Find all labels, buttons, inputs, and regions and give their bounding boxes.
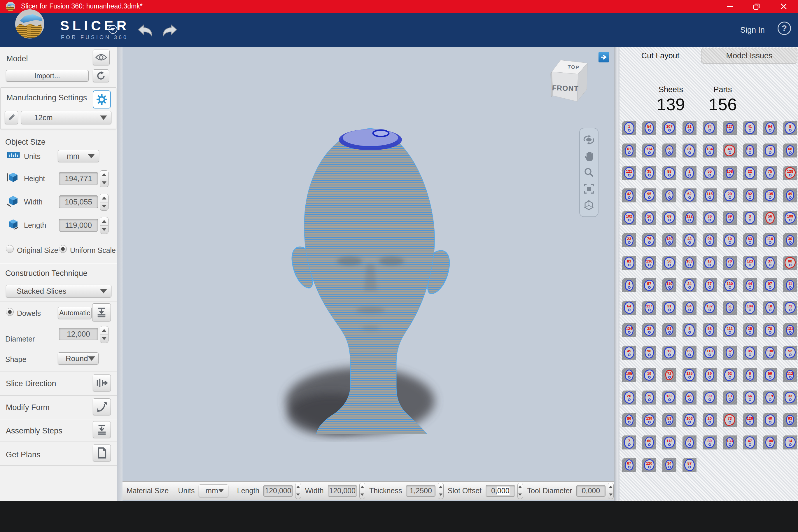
fit-view-tool[interactable] bbox=[583, 183, 595, 194]
sheet-tile[interactable]: 68 bbox=[783, 144, 797, 157]
sheet-tile[interactable]: 29 bbox=[723, 188, 737, 203]
sheet-tile[interactable]: 132 bbox=[662, 391, 677, 404]
material-thickness-input[interactable]: 1,2500 bbox=[406, 485, 435, 497]
sheet-tile[interactable]: 27 bbox=[683, 435, 697, 450]
sheet-tile[interactable]: 10 bbox=[723, 233, 737, 247]
sheet-tile[interactable]: 111 bbox=[723, 323, 737, 337]
sheet-tile[interactable]: 94 bbox=[763, 121, 777, 135]
sheet-tile[interactable]: 17 bbox=[703, 256, 717, 270]
material-thickness-stepper[interactable] bbox=[438, 483, 444, 499]
slot-offset-stepper[interactable] bbox=[517, 483, 523, 499]
sheet-tile[interactable]: 56 bbox=[763, 211, 777, 225]
sheet-tile[interactable]: 119 bbox=[763, 391, 777, 404]
sheet-tile[interactable]: 84 bbox=[683, 301, 697, 315]
sheet-tile[interactable]: 23 bbox=[622, 233, 636, 247]
import-button[interactable]: Import... bbox=[6, 70, 89, 82]
sheet-tile[interactable]: 42 bbox=[622, 188, 636, 203]
sheet-tile[interactable]: 137 bbox=[703, 301, 717, 315]
sheet-tile[interactable]: 33 bbox=[783, 391, 797, 404]
sheet-tile[interactable]: 1 bbox=[622, 121, 636, 135]
sheet-tile[interactable]: 39 bbox=[703, 368, 717, 382]
sheet-tile[interactable]: 136 bbox=[642, 256, 656, 270]
sheet-tile[interactable]: 22 bbox=[743, 166, 757, 180]
display-settings-tool[interactable] bbox=[583, 200, 595, 211]
sheet-tile[interactable]: 90 bbox=[783, 256, 797, 270]
sheet-tile[interactable]: 60 bbox=[642, 435, 656, 450]
length-stepper[interactable] bbox=[100, 217, 109, 234]
panel-splitter[interactable] bbox=[614, 47, 620, 501]
height-stepper[interactable] bbox=[100, 170, 109, 187]
model-visibility-button[interactable] bbox=[93, 50, 110, 65]
sheet-tile[interactable]: 64 bbox=[622, 301, 636, 315]
sign-in-link[interactable]: Sign In bbox=[740, 26, 765, 35]
sheet-tile[interactable]: 70 bbox=[723, 256, 737, 270]
sheet-tile[interactable]: 116 bbox=[763, 233, 777, 247]
sheet-tile[interactable]: 28 bbox=[662, 144, 677, 157]
length-input[interactable]: 119,000 bbox=[59, 219, 98, 232]
sheet-tile[interactable]: 75 bbox=[763, 166, 777, 180]
sheet-tile[interactable]: 80 bbox=[703, 435, 717, 450]
sheet-tile[interactable]: 44 bbox=[743, 278, 757, 292]
close-button[interactable] bbox=[775, 0, 793, 13]
reload-model-button[interactable] bbox=[93, 70, 109, 82]
sheet-tile[interactable]: 30 bbox=[783, 233, 797, 247]
tool-diameter-input[interactable]: 0,000 bbox=[576, 485, 606, 497]
sheet-tile[interactable]: 113 bbox=[662, 435, 677, 450]
orbit-tool[interactable] bbox=[583, 134, 595, 145]
width-stepper[interactable] bbox=[100, 194, 109, 211]
sheet-tile[interactable]: 12 bbox=[662, 346, 677, 360]
slot-offset-input[interactable]: 0,000 bbox=[486, 485, 515, 497]
sheet-tile[interactable]: 95 bbox=[642, 188, 656, 203]
sheet-tile[interactable]: 109 bbox=[783, 211, 797, 225]
sheet-tile[interactable]: 138 bbox=[763, 346, 777, 360]
sheet-tile[interactable]: 106 bbox=[683, 413, 697, 427]
sheet-tile[interactable]: 93 bbox=[783, 413, 797, 427]
sheet-tile[interactable]: 50 bbox=[662, 256, 677, 270]
sheet-tile[interactable]: 97 bbox=[763, 278, 777, 292]
sheet-tile[interactable]: 81 bbox=[683, 144, 697, 157]
sheet-tile[interactable]: 4 bbox=[622, 278, 636, 292]
dowels-radio[interactable] bbox=[6, 308, 14, 316]
sheet-tile[interactable]: 20 bbox=[703, 413, 717, 427]
get-plans-button[interactable] bbox=[93, 444, 111, 461]
sheet-tile[interactable]: 133 bbox=[723, 435, 737, 450]
sheet-tile[interactable]: 26 bbox=[622, 391, 636, 404]
sheet-tile[interactable]: 92 bbox=[723, 368, 737, 382]
sheet-tile[interactable]: 88 bbox=[662, 166, 677, 180]
sheet-tile[interactable]: 65 bbox=[683, 346, 697, 360]
sheet-tile[interactable]: 82 bbox=[743, 188, 757, 203]
sheet-tile[interactable]: 2 bbox=[683, 166, 697, 180]
sheet-tile[interactable]: 41 bbox=[743, 121, 757, 135]
sheet-tile[interactable]: 36 bbox=[703, 211, 717, 225]
sheet-tile[interactable]: 139 bbox=[642, 413, 656, 427]
manufacturing-settings-button[interactable] bbox=[93, 90, 111, 109]
minimize-button[interactable] bbox=[721, 0, 739, 13]
sheet-tile[interactable]: 24 bbox=[683, 278, 697, 292]
sheet-tile[interactable]: 100 bbox=[763, 435, 777, 450]
sheet-tile[interactable]: 47 bbox=[743, 435, 757, 450]
dowels-mode-button[interactable]: Automatic bbox=[58, 307, 92, 319]
sheet-tile[interactable]: 89 bbox=[723, 211, 737, 225]
sheet-tile[interactable]: 110 bbox=[662, 278, 677, 292]
sheet-tile[interactable]: 124 bbox=[622, 323, 636, 337]
sheet-tile[interactable]: 7 bbox=[622, 435, 636, 450]
sheet-tile[interactable]: 58 bbox=[703, 323, 717, 337]
sheet-tile[interactable]: 46 bbox=[683, 391, 697, 404]
sheet-tile[interactable]: 69 bbox=[662, 211, 677, 225]
sheet-tile[interactable]: 66 bbox=[743, 391, 757, 404]
sheet-tile[interactable]: 114 bbox=[642, 144, 656, 157]
sheet-tile[interactable]: 25 bbox=[743, 323, 757, 337]
sheet-tile[interactable]: 122 bbox=[683, 211, 697, 225]
left-panel-scrollbar[interactable] bbox=[117, 47, 122, 501]
bb-units-dropdown[interactable]: mm bbox=[198, 484, 228, 497]
sheet-tile[interactable]: 63 bbox=[743, 233, 757, 247]
sheet-tile[interactable]: 102 bbox=[622, 211, 636, 225]
sheet-tile[interactable]: 40 bbox=[763, 413, 777, 427]
sheet-tile[interactable]: 125 bbox=[683, 368, 697, 382]
logo-menu-button[interactable] bbox=[109, 25, 117, 34]
sheet-tile[interactable]: 76 bbox=[642, 233, 656, 247]
material-width-input[interactable]: 120,000 bbox=[328, 485, 357, 497]
height-input[interactable]: 194,771 bbox=[59, 172, 98, 185]
redo-button[interactable] bbox=[162, 23, 178, 37]
diameter-stepper[interactable] bbox=[100, 326, 109, 343]
